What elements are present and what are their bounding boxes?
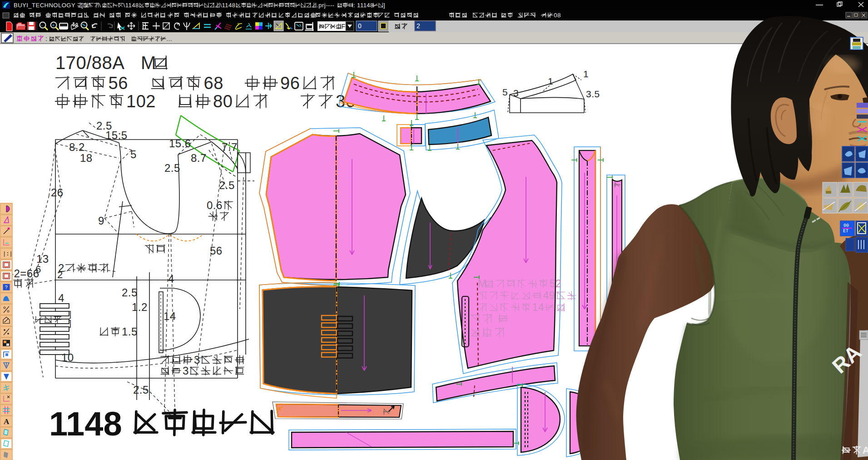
svg-text:\1148: \1148 (124, 2, 139, 9)
svg-text:3.5: 3.5 (586, 89, 600, 99)
svg-text:2: 2 (58, 262, 64, 274)
svg-text:0: 0 (358, 22, 362, 30)
svg-text:...: ... (166, 35, 172, 42)
svg-text:56: 56 (109, 74, 128, 93)
svg-text:26: 26 (51, 186, 64, 199)
svg-text:52: 52 (550, 278, 562, 290)
svg-text:5: 5 (130, 148, 137, 160)
svg-text:\: \ (99, 2, 101, 9)
svg-text:0.6: 0.6 (207, 199, 223, 211)
svg-text:1: 1 (548, 76, 553, 86)
svg-text:15.6: 15.6 (169, 137, 191, 150)
svg-text:4: 4 (58, 292, 64, 304)
svg-text:13: 13 (36, 253, 49, 265)
svg-text:.prj----: .prj---- (317, 2, 334, 9)
svg-text:3: 3 (194, 354, 200, 366)
svg-text:80: 80 (213, 92, 233, 111)
svg-text:?: ? (237, 22, 239, 27)
svg-text:3: 3 (183, 365, 189, 377)
svg-text:170/88A: 170/88A (55, 53, 125, 73)
svg-text:2.5: 2.5 (133, 384, 149, 396)
svg-text:-2=66: -2=66 (10, 267, 40, 280)
svg-text:1.2: 1.2 (132, 301, 148, 313)
svg-text:56: 56 (210, 245, 223, 257)
svg-text:]: ] (383, 2, 385, 9)
svg-text:14: 14 (532, 301, 545, 313)
svg-text:\1148: \1148 (220, 2, 235, 9)
svg-text:10: 10 (61, 351, 74, 364)
svg-text:49: 49 (543, 290, 556, 301)
svg-text:8.7: 8.7 (191, 152, 207, 164)
svg-text:?: ? (5, 285, 8, 290)
svg-text:+: + (52, 23, 55, 28)
svg-text:2: 2 (417, 22, 420, 30)
svg-text:3: 3 (513, 88, 519, 98)
svg-text:M: M (478, 278, 487, 290)
svg-text:9: 9 (98, 215, 104, 227)
svg-text:-: - (41, 23, 43, 28)
svg-text:ET: ET (843, 229, 848, 234)
svg-text:4: 4 (168, 273, 174, 285)
svg-text:M: M (141, 53, 156, 73)
svg-text:14: 14 (164, 310, 176, 322)
svg-text::: : (45, 35, 47, 42)
svg-text:AI: AI (863, 445, 868, 456)
svg-text:102: 102 (126, 92, 156, 111)
svg-text:]: ] (69, 319, 72, 328)
svg-text:68: 68 (204, 74, 223, 93)
svg-text:00: 00 (843, 223, 849, 228)
svg-text:2.5: 2.5 (164, 162, 180, 174)
svg-text:96: 96 (280, 74, 300, 93)
svg-text:5: 5 (502, 87, 508, 97)
svg-text:8.2: 8.2 (69, 141, 85, 153)
svg-text:1148: 1148 (49, 405, 122, 443)
svg-text:: 11148: : 11148 (353, 2, 374, 9)
svg-text:|:|: |:| (3, 251, 13, 257)
svg-text:2.5: 2.5 (122, 286, 138, 299)
svg-text:08: 08 (554, 12, 561, 19)
svg-text:7.7: 7.7 (222, 141, 238, 153)
svg-text:BUYI_TECHNOLOGY - [D:\: BUYI_TECHNOLOGY - [D:\ (14, 2, 91, 9)
svg-text:2.5: 2.5 (219, 179, 235, 191)
svg-text:15:5: 15:5 (105, 129, 128, 141)
svg-text:1: 1 (583, 69, 589, 79)
svg-text:18: 18 (80, 152, 93, 164)
svg-text:A: A (4, 417, 10, 426)
svg-text:1.5: 1.5 (122, 325, 138, 338)
svg-text:]: ] (69, 310, 72, 319)
